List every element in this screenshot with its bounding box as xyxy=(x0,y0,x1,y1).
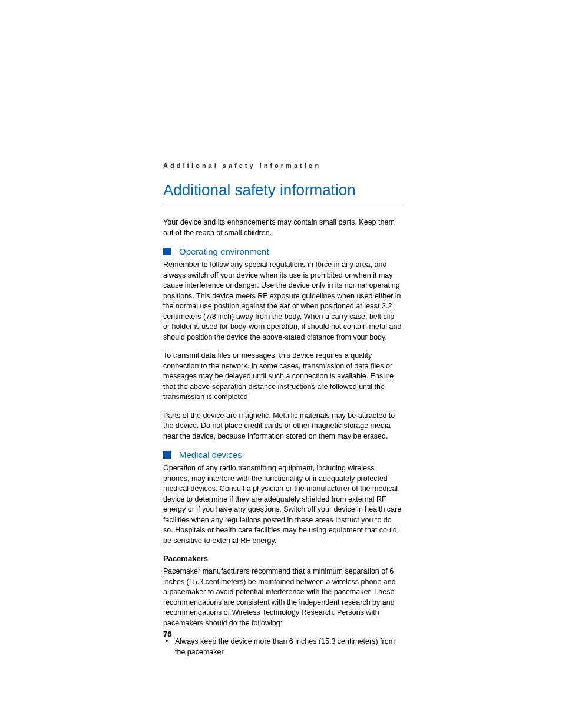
square-bullet-icon xyxy=(163,248,171,255)
list-item: Always keep the device more than 6 inche… xyxy=(163,637,402,657)
bullet-list: Always keep the device more than 6 inche… xyxy=(163,637,402,657)
page-number: 76 xyxy=(163,630,171,638)
page-content: Additional safety information Additional… xyxy=(163,162,402,660)
body-paragraph: Operation of any radio transmitting equi… xyxy=(163,463,402,546)
body-paragraph: Pacemaker manufacturers recommend that a… xyxy=(163,566,402,628)
body-paragraph: Remember to follow any special regulatio… xyxy=(163,260,402,342)
running-header: Additional safety information xyxy=(163,162,402,169)
intro-paragraph: Your device and its enhancements may con… xyxy=(163,218,402,238)
title-underline xyxy=(163,203,402,203)
section-heading-operating: Operating environment xyxy=(163,246,402,256)
subsection-heading: Pacemakers xyxy=(163,554,402,563)
body-paragraph: To transmit data files or messages, this… xyxy=(163,351,402,403)
body-paragraph: Parts of the device are magnetic. Metall… xyxy=(163,411,402,442)
section-title: Operating environment xyxy=(179,246,269,256)
section-heading-medical: Medical devices xyxy=(163,450,402,460)
page-title: Additional safety information xyxy=(163,181,402,199)
section-title: Medical devices xyxy=(179,450,242,460)
square-bullet-icon xyxy=(163,451,171,459)
